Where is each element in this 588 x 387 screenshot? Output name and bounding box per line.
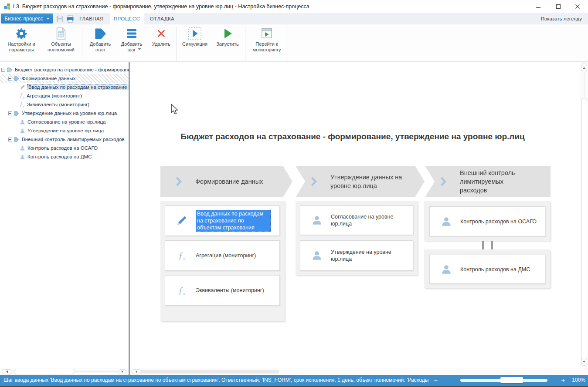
person-icon: [20, 154, 25, 160]
arrow-left-icon: [136, 370, 137, 373]
print-button[interactable]: [65, 14, 75, 24]
step-card-equivalents[interactable]: ƒx Эквиваленты (мониторинг): [165, 275, 280, 306]
scrollbar-thumb[interactable]: [139, 370, 279, 374]
collapse-toggle-icon[interactable]: [8, 111, 12, 115]
step-card-input-data[interactable]: Ввод данных по расходам на страхование п…: [165, 205, 280, 236]
tree-item-label: Внешний контроль лимитируемых расходов: [22, 137, 125, 142]
tree-item-label: Эквиваленты (мониторинг): [27, 102, 89, 107]
tree-item-step-aggregation[interactable]: ƒx Агрегация (мониторинг): [0, 91, 129, 100]
step-card-approval[interactable]: Утверждение на уровне юр.лица: [300, 240, 413, 271]
scrollbar-thumb[interactable]: [581, 98, 587, 363]
simulation-play-icon: [188, 27, 202, 40]
tree-item-label: Утверждение на уровне юр.лица: [27, 128, 104, 133]
person-icon: [311, 250, 323, 261]
save-button[interactable]: [55, 14, 65, 24]
close-button[interactable]: [570, 1, 585, 12]
person-icon: [20, 119, 25, 125]
stage-arrow-icon: [14, 76, 20, 81]
tree-item-step-dms-control[interactable]: Контроль расходов на ДМС: [0, 152, 129, 161]
gear-icon: [15, 27, 27, 40]
stage-header-external-control[interactable]: Внешний контроль лимитируемых расходов: [425, 166, 551, 197]
person-icon: [20, 128, 25, 134]
step-connector-bar: [482, 241, 484, 249]
tree-item-stage-external-control[interactable]: Внешний контроль лимитируемых расходов: [0, 135, 129, 144]
person-icon: [441, 264, 452, 275]
add-stage-label: Добавить этап: [87, 41, 114, 53]
stage-arrow-icon: [14, 111, 20, 116]
tab-debug[interactable]: ОТЛАДКА: [148, 13, 176, 24]
tree-item-step-input[interactable]: Ввод данных по расходам на страхование п…: [0, 83, 129, 91]
canvas-horizontal-scrollbar[interactable]: [130, 368, 580, 375]
app-window: L3. Бюджет расходов на страхование - фор…: [0, 0, 588, 387]
stage-header-label: Утверждение данных на уровне юр.лица: [330, 173, 421, 190]
tree-item-label: Согласование на уровне юр.лица: [27, 119, 106, 125]
tree-item-step-coordination[interactable]: Согласование на уровне юр.лица: [0, 118, 129, 126]
step-card-dms-control[interactable]: Контроль расходов на ДМС: [429, 255, 545, 284]
minimize-button[interactable]: [531, 1, 546, 12]
step-card-osago-control[interactable]: Контроль расходов на ОСАГО: [429, 206, 545, 236]
settings-parameters-button[interactable]: Настройки и параметры: [3, 25, 40, 54]
tree-item-step-approval[interactable]: Утверждение на уровне юр.лица: [0, 126, 129, 135]
formula-icon: ƒx: [178, 250, 185, 261]
canvas-vertical-scrollbar[interactable]: [580, 62, 588, 368]
arrow-up-icon: [583, 67, 585, 69]
diagram-title: Бюджет расходов на страхование - формиро…: [165, 131, 540, 142]
delete-button[interactable]: Удалить: [147, 25, 175, 54]
step-label: Эквиваленты (мониторинг): [196, 287, 264, 294]
formula-icon: ƒx: [20, 101, 24, 108]
stage-header-approval[interactable]: Утверждение данных на уровне юр.лица: [296, 166, 425, 197]
scroll-right-button[interactable]: [119, 369, 126, 374]
add-step-button[interactable]: Добавить шаг: [117, 25, 146, 54]
arrow-down-icon: [583, 361, 585, 363]
stage-header-label: Внешний контроль лимитируемых расходов: [460, 168, 529, 195]
pencil-icon: [20, 84, 26, 90]
person-icon: [311, 215, 323, 226]
tree-item-label: Формирование данных: [22, 76, 75, 81]
collapse-toggle-icon[interactable]: [1, 68, 5, 72]
tree-item-label: Утверждение данных на уровне юр.лица: [22, 111, 117, 116]
formula-icon: ƒx: [20, 92, 24, 100]
collapse-toggle-icon[interactable]: [8, 77, 12, 81]
stage-header-formation[interactable]: Формирование данных: [160, 166, 292, 197]
zoom-out-button[interactable]: −: [432, 375, 440, 386]
simulation-button[interactable]: Симуляция: [179, 25, 211, 54]
add-stage-button[interactable]: Добавить этап: [84, 25, 117, 54]
step-connector-bar: [491, 241, 493, 249]
settings-parameters-label: Настройки и параметры: [4, 41, 39, 53]
maximize-button[interactable]: [551, 1, 566, 12]
person-icon: [441, 216, 452, 227]
step-label: Агрегация (мониторинг): [196, 252, 256, 259]
chevron-right-icon: [175, 175, 182, 188]
go-to-monitoring-button[interactable]: Перейти к мониторингу: [248, 25, 286, 54]
run-label: Запустить: [216, 41, 239, 47]
tree-item-stage-formation[interactable]: Формирование данных: [0, 74, 129, 83]
tree-horizontal-scrollbar[interactable]: [0, 368, 129, 375]
scroll-left-button[interactable]: [2, 369, 12, 374]
maximize-icon: [556, 4, 561, 9]
stage-header-label: Формирование данных: [195, 177, 263, 186]
step-card-coordination[interactable]: Согласование на уровне юр.лица: [300, 205, 413, 235]
tab-process[interactable]: ПРОЦЕСС: [110, 13, 144, 24]
scrollbar-thumb[interactable]: [14, 369, 75, 374]
authority-objects-button[interactable]: Объекты полномочий: [42, 25, 80, 54]
go-to-monitoring-label: Перейти к мониторингу: [248, 41, 285, 53]
show-legend-link[interactable]: Показать легенду: [541, 13, 582, 24]
scroll-down-button[interactable]: [581, 358, 587, 366]
mouse-cursor: [170, 104, 178, 115]
chevron-right-icon: [440, 175, 447, 188]
collapse-toggle-icon[interactable]: [8, 138, 12, 141]
tree-item-step-osago-control[interactable]: Контроль расходов на ОСАГО: [0, 144, 129, 152]
step-card-aggregation[interactable]: ƒx Агрегация (мониторинг): [165, 240, 280, 271]
minimize-icon: [536, 4, 541, 9]
tree-item-label: Контроль расходов на ДМС: [27, 154, 92, 159]
tree-item-stage-approval[interactable]: Утверждение данных на уровне юр.лица: [0, 109, 129, 118]
business-process-menu-button[interactable]: Бизнес-процесс: [1, 13, 53, 24]
tab-main[interactable]: ГЛАВНАЯ: [78, 13, 105, 24]
title-bar: L3. Бюджет расходов на страхование - фор…: [0, 0, 588, 13]
tree-item-step-equivalents[interactable]: ƒx Эквиваленты (мониторинг): [0, 100, 129, 109]
tree-item-root[interactable]: Бюджет расходов на страхование - формиро…: [0, 65, 129, 74]
zoom-slider-thumb[interactable]: [500, 377, 523, 383]
run-button[interactable]: Запустить: [212, 25, 243, 54]
zoom-in-button[interactable]: +: [559, 375, 568, 386]
scroll-up-button[interactable]: [581, 64, 587, 72]
